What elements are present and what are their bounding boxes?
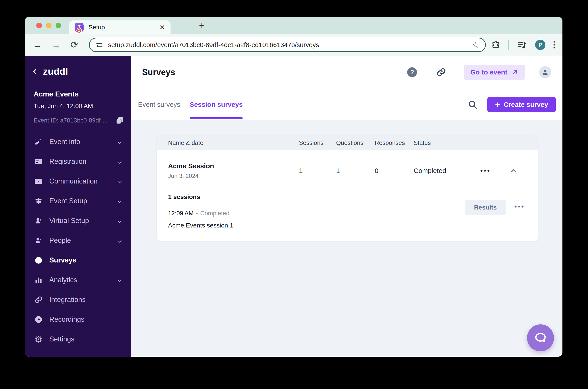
column-responses: Responses [375, 139, 414, 146]
page-header: Surveys ? Go to event [131, 56, 562, 89]
dot-separator: • [196, 210, 198, 217]
active-tab-underline [190, 117, 243, 119]
extensions-puzzle-icon[interactable] [491, 40, 500, 49]
page-title: Surveys [142, 67, 407, 77]
arrow-up-right-icon [511, 69, 519, 76]
browser-toolbar: ← → ⟳ setup.zuddl.com/event/a7013bc0-89d… [25, 34, 562, 56]
sidebar-item-settings[interactable]: ⚙ Settings [25, 329, 131, 349]
minimize-window-button[interactable] [46, 23, 52, 28]
profile-initial: P [538, 42, 542, 48]
chevron-down-icon[interactable] [117, 179, 121, 183]
sidebar-item-label: Recordings [49, 315, 84, 324]
bar-chart-icon [34, 276, 43, 284]
copy-icon[interactable] [115, 116, 124, 125]
person-icon [34, 217, 43, 225]
address-bar[interactable]: setup.zuddl.com/event/a7013bc0-89df-4dc1… [89, 38, 486, 52]
column-sessions: Sessions [299, 139, 336, 146]
tab-session-surveys[interactable]: Session surveys [190, 89, 243, 120]
session-menu-icon[interactable]: ••• [514, 203, 525, 210]
registration-card-icon [34, 158, 43, 165]
chevron-down-icon[interactable] [117, 219, 121, 223]
content-area: Name & date Sessions Questions Responses… [131, 120, 562, 357]
user-avatar[interactable] [539, 66, 551, 78]
event-name: Acme Events [34, 90, 79, 98]
sidebar-item-event-info[interactable]: Event info [25, 132, 131, 152]
sidebar-item-integrations[interactable]: Integrations [25, 290, 131, 310]
browser-tabstrip: 7 1 Setup ✕ + [25, 17, 562, 34]
url-text[interactable]: setup.zuddl.com/event/a7013bc0-89df-4dc1… [108, 41, 472, 49]
session-surveys-card: Name & date Sessions Questions Responses… [157, 135, 538, 241]
sidebar-item-label: Virtual Setup [49, 217, 89, 225]
envelope-icon [34, 177, 43, 186]
collapse-sidebar-icon[interactable] [33, 69, 38, 74]
share-link-icon[interactable] [436, 67, 446, 77]
session-status: Completed [200, 210, 230, 217]
new-tab-button[interactable]: + [199, 20, 205, 31]
create-survey-button[interactable]: + Create survey [487, 97, 556, 112]
row-menu-icon[interactable]: ••• [480, 167, 491, 175]
column-name-date: Name & date [168, 139, 299, 146]
browser-menu-icon[interactable] [554, 41, 555, 48]
sidebar-item-registration[interactable]: Registration [25, 152, 131, 171]
sidebar-item-virtual-setup[interactable]: Virtual Setup [25, 211, 131, 231]
toolbar-right-cluster: P [491, 40, 555, 50]
chevron-down-icon[interactable] [117, 160, 121, 163]
play-circle-icon [34, 315, 43, 324]
go-to-event-label: Go to event [470, 68, 507, 76]
sidebar-item-label: Event info [49, 138, 80, 146]
link-icon [34, 296, 43, 304]
questions-count: 1 [336, 167, 375, 175]
results-button[interactable]: Results [465, 200, 506, 215]
tab-title: Setup [88, 24, 160, 31]
tab-event-surveys[interactable]: Event surveys [138, 89, 180, 120]
media-controls-icon[interactable] [517, 40, 527, 50]
search-icon[interactable] [468, 99, 477, 109]
magic-wand-icon [34, 138, 43, 146]
pie-chart-icon [34, 256, 43, 264]
sidebar-item-event-setup[interactable]: Event Setup [25, 191, 131, 211]
close-window-button[interactable] [36, 23, 42, 28]
sidebar-item-analytics[interactable]: Analytics [25, 270, 131, 290]
sidebar-item-recordings[interactable]: Recordings [25, 310, 131, 329]
chevron-down-icon[interactable] [117, 238, 121, 243]
zuddl-app: zuddl Acme Events Tue, Jun 4, 12:00 AM E… [25, 56, 562, 357]
go-to-event-button[interactable]: Go to event [464, 65, 525, 80]
browser-tab-setup[interactable]: 7 1 Setup ✕ [69, 20, 170, 34]
sidebar: zuddl Acme Events Tue, Jun 4, 12:00 AM E… [25, 56, 131, 357]
chevron-down-icon[interactable] [117, 278, 121, 282]
sidebar-item-label: Surveys [49, 256, 76, 264]
tab-close-icon[interactable]: ✕ [160, 23, 165, 31]
expanded-sessions-panel: 1 sessions 12:09 AM•Completed Acme Event… [157, 191, 538, 241]
chevron-down-icon[interactable] [117, 140, 121, 144]
chevron-down-icon[interactable] [117, 199, 121, 203]
sidebar-item-communication[interactable]: Communication [25, 171, 131, 191]
survey-name-cell: Acme Session Jun 3, 2024 [168, 162, 299, 179]
zoom-window-button[interactable] [56, 23, 61, 28]
sidebar-item-label: Analytics [49, 276, 77, 284]
sidebar-item-surveys[interactable]: Surveys [25, 250, 131, 270]
back-icon[interactable]: ← [33, 40, 42, 50]
sessions-count: 1 [299, 167, 336, 175]
sidebar-item-people[interactable]: People [25, 231, 131, 250]
bookmark-star-icon[interactable]: ☆ [472, 40, 479, 50]
event-datetime: Tue, Jun 4, 12:00 AM [34, 102, 93, 110]
create-survey-label: Create survey [504, 101, 548, 108]
survey-name: Acme Session [168, 162, 299, 170]
gear-icon: ⚙ [34, 335, 43, 344]
zuddl-favicon: 7 1 [75, 23, 84, 32]
site-settings-icon[interactable] [95, 41, 104, 49]
zuddl-logo[interactable]: zuddl [43, 66, 68, 77]
signpost-icon [34, 197, 43, 205]
support-chat-button[interactable] [527, 324, 554, 351]
status-value: Completed [414, 167, 538, 175]
reload-icon[interactable]: ⟳ [70, 40, 78, 50]
help-icon[interactable]: ? [407, 67, 417, 77]
session-name: Acme Events session 1 [168, 222, 538, 229]
column-questions: Questions [336, 139, 375, 146]
event-id-text: Event ID: a7013bc0-89df-... [34, 117, 108, 124]
browser-profile-avatar[interactable]: P [535, 40, 545, 50]
main-panel: Surveys ? Go to event [131, 56, 562, 357]
table-row[interactable]: Acme Session Jun 3, 2024 1 1 0 Completed… [157, 150, 538, 191]
survey-date: Jun 3, 2024 [168, 172, 299, 179]
people-icon [34, 236, 43, 245]
